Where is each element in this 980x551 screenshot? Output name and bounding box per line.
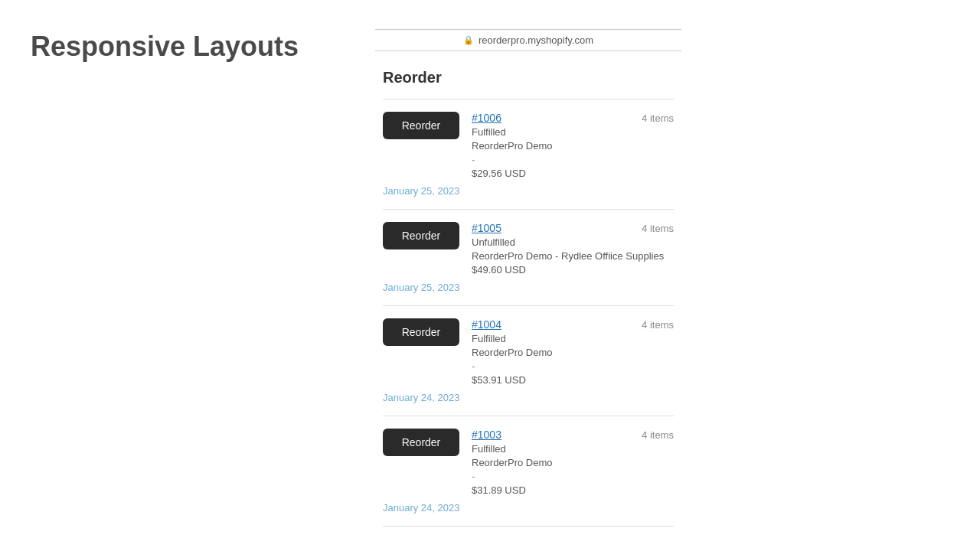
order-status: Fulfilled [472,126,674,138]
order-details: #1003 4 items Fulfilled ReorderPro Demo … [472,429,674,496]
browser-url: reorderpro.myshopify.com [479,34,593,46]
order-row-top: Reorder #1005 4 items Unfulfilled Reorde… [383,222,674,276]
main-content: Reorder Reorder #1006 4 items Fulfilled … [383,69,674,527]
order-top-line: #1005 4 items [472,222,674,234]
order-customer: ReorderPro Demo - Rydlee Offiice Supplie… [472,250,674,262]
order-date: January 24, 2023 [383,392,674,403]
order-status: Unfulfilled [472,236,674,248]
order-amount: $53.91 USD [472,374,674,386]
order-item: Reorder #1003 4 items Fulfilled ReorderP… [383,416,674,527]
order-row-top: Reorder #1006 4 items Fulfilled ReorderP… [383,112,674,179]
order-customer: ReorderPro Demo [472,140,674,152]
order-item: Reorder #1004 4 items Fulfilled ReorderP… [383,305,674,416]
page-title: Responsive Layouts [31,31,299,63]
order-status: Fulfilled [472,443,674,455]
order-item: Reorder #1006 4 items Fulfilled ReorderP… [383,99,674,209]
order-details: #1006 4 items Fulfilled ReorderPro Demo … [472,112,674,179]
order-details: #1004 4 items Fulfilled ReorderPro Demo … [472,318,674,386]
order-number[interactable]: #1004 [472,318,501,331]
order-items-count: 4 items [642,429,674,441]
order-dash: - [472,471,674,482]
order-row-top: Reorder #1003 4 items Fulfilled ReorderP… [383,429,674,496]
order-list: Reorder #1006 4 items Fulfilled ReorderP… [383,99,674,527]
order-amount: $29.56 USD [472,168,674,179]
order-customer: ReorderPro Demo [472,347,674,358]
order-number[interactable]: #1003 [472,429,501,441]
order-amount: $31.89 USD [472,484,674,496]
order-date: January 25, 2023 [383,185,674,197]
order-items-count: 4 items [642,112,674,124]
order-top-line: #1003 4 items [472,429,674,441]
browser-bar: 🔒 reorderpro.myshopify.com [375,29,681,51]
order-number[interactable]: #1005 [472,222,501,234]
order-customer: ReorderPro Demo [472,457,674,468]
reorder-button[interactable]: Reorder [383,222,459,249]
lock-icon: 🔒 [463,35,474,45]
order-item: Reorder #1005 4 items Unfulfilled Reorde… [383,209,674,305]
order-row-top: Reorder #1004 4 items Fulfilled ReorderP… [383,318,674,386]
order-top-line: #1004 4 items [472,318,674,331]
order-number[interactable]: #1006 [472,112,501,124]
order-status: Fulfilled [472,333,674,344]
reorder-button[interactable]: Reorder [383,112,459,139]
section-title: Reorder [383,69,674,86]
order-details: #1005 4 items Unfulfilled ReorderPro Dem… [472,222,674,276]
order-dash: - [472,154,674,165]
reorder-button[interactable]: Reorder [383,429,459,456]
reorder-button[interactable]: Reorder [383,318,459,346]
order-date: January 24, 2023 [383,502,674,514]
order-top-line: #1006 4 items [472,112,674,124]
order-dash: - [472,360,674,372]
order-amount: $49.60 USD [472,264,674,276]
order-items-count: 4 items [642,223,674,234]
order-items-count: 4 items [642,319,674,331]
order-date: January 25, 2023 [383,282,674,293]
